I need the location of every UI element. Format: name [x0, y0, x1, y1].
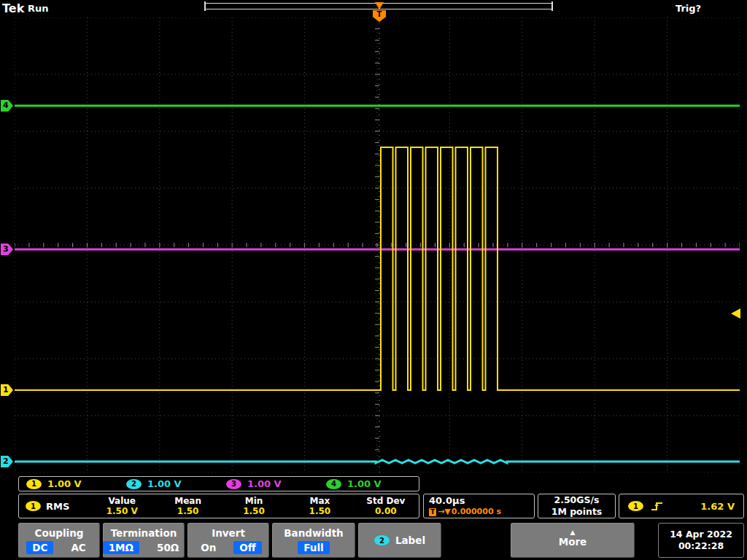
channel-scales-readout: 1 1.00 V 2 1.00 V 3 1.00 V 4 1.00 V — [18, 476, 419, 491]
trigger-source-badge: 1 — [628, 501, 643, 511]
ch3-scale-value: 1.00 V — [247, 478, 282, 489]
horizontal-readout[interactable]: 40.0µs T →▼ 0.000000 s — [423, 494, 535, 518]
trigger-status-label: Trig? — [676, 3, 701, 14]
measurement-value-col: Value 1.50 V — [89, 496, 155, 517]
invert-on-option[interactable]: On — [195, 541, 222, 554]
trigger-readout[interactable]: 1 1.62 V — [619, 494, 744, 518]
acquisition-status: Run — [28, 3, 49, 14]
trigger-level-value: 1.62 V — [700, 501, 735, 512]
ch2-scale-value: 1.00 V — [147, 478, 182, 489]
channel-2-position-marker[interactable]: 2 — [1, 456, 13, 467]
bandwidth-button[interactable]: Bandwidth Full — [272, 523, 355, 558]
measurement-value: 1.50 V — [107, 506, 138, 516]
invert-button[interactable]: Invert On Off — [187, 523, 269, 558]
waveform-display — [15, 18, 740, 472]
invert-title: Invert — [188, 527, 268, 539]
measurement-value: 1.50 — [243, 506, 265, 516]
termination-50ohm-option[interactable]: 50Ω — [151, 541, 185, 554]
measurement-readout: 1 RMS Value 1.50 V Mean 1.50 Min 1.50 Ma… — [18, 494, 419, 518]
ch2-badge: 2 — [126, 479, 142, 489]
coupling-dc-option[interactable]: DC — [26, 541, 53, 554]
ch4-scale[interactable]: 4 1.00 V — [319, 478, 419, 489]
more-title: More — [511, 536, 634, 548]
ch1-scale-value: 1.00 V — [47, 478, 82, 489]
coupling-ac-option[interactable]: AC — [65, 541, 91, 554]
measurement-header: Mean — [174, 496, 201, 506]
record-length-value: 1M points — [551, 506, 603, 518]
measurement-header: Std Dev — [366, 496, 405, 506]
measurement-header: Value — [108, 496, 136, 506]
oscilloscope-screen: Tek Run T Trig? 1234 1 1.00 V 2 1.00 V 3… — [0, 0, 747, 560]
ch3-scale[interactable]: 3 1.00 V — [219, 478, 319, 489]
invert-off-option[interactable]: Off — [233, 541, 261, 554]
measurement-value: 0.00 — [375, 506, 397, 516]
measurement-channel-badge: 1 — [26, 501, 41, 511]
label-title: Label — [395, 534, 425, 546]
acquisition-readout: 2.50GS/s 1M points — [538, 494, 616, 518]
bandwidth-full-option[interactable]: Full — [298, 541, 329, 554]
trigger-position-value: 0.000000 s — [452, 507, 501, 517]
bandwidth-title: Bandwidth — [273, 527, 355, 539]
graticule — [15, 18, 740, 472]
channel-1-position-marker[interactable]: 1 — [1, 384, 13, 396]
measurement-value: 1.50 — [309, 506, 331, 516]
trigger-level-arrow-icon[interactable] — [731, 308, 740, 319]
channel-4-position-marker[interactable]: 4 — [1, 100, 13, 112]
measurement-header: Min — [245, 496, 263, 506]
measurement-value: 1.50 — [177, 506, 199, 516]
more-button[interactable]: ▲ More — [511, 523, 635, 558]
termination-button[interactable]: Termination 1MΩ 50Ω — [103, 523, 185, 558]
date-value: 14 Apr 2022 — [670, 529, 732, 540]
termination-1mohm-option[interactable]: 1MΩ — [103, 541, 139, 554]
time-value: 00:22:28 — [678, 540, 724, 552]
measurement-stddev-col: Std Dev 0.00 — [353, 496, 419, 517]
bottom-menu: Coupling DC AC Termination 1MΩ 50Ω Inver… — [0, 521, 747, 560]
tek-logo: Tek — [2, 1, 24, 15]
ch1-badge: 1 — [26, 479, 42, 489]
datetime-display: 14 Apr 2022 00:22:28 — [658, 523, 744, 558]
channel-3-position-marker[interactable]: 3 — [1, 244, 13, 255]
label-channel-badge: 2 — [374, 535, 390, 545]
timebase-value: 40.0µs — [429, 495, 529, 507]
measurement-min-col: Min 1.50 — [221, 496, 287, 517]
measurement-name: RMS — [46, 501, 69, 512]
chevron-up-icon: ▲ — [511, 529, 634, 536]
label-button[interactable]: 2 Label — [358, 523, 441, 558]
measurement-source[interactable]: 1 RMS — [19, 501, 89, 512]
rising-edge-icon — [651, 500, 664, 512]
measurement-max-col: Max 1.50 — [287, 496, 352, 517]
coupling-button[interactable]: Coupling DC AC — [18, 523, 100, 558]
measurement-header: Max — [310, 496, 330, 506]
coupling-title: Coupling — [19, 527, 99, 539]
sample-rate-value: 2.50GS/s — [554, 494, 599, 506]
ch4-badge: 4 — [326, 479, 341, 489]
ch4-scale-value: 1.00 V — [347, 478, 382, 489]
trigger-position-readout: T →▼ 0.000000 s — [429, 507, 529, 517]
termination-title: Termination — [104, 527, 184, 539]
ch2-scale[interactable]: 2 1.00 V — [119, 478, 219, 489]
trigger-t-icon: T — [429, 508, 436, 516]
trigger-arrows-icon: →▼ — [438, 507, 451, 517]
ch3-badge: 3 — [226, 479, 241, 489]
measurement-mean-col: Mean 1.50 — [155, 496, 220, 517]
ch1-scale[interactable]: 1 1.00 V — [19, 478, 119, 489]
